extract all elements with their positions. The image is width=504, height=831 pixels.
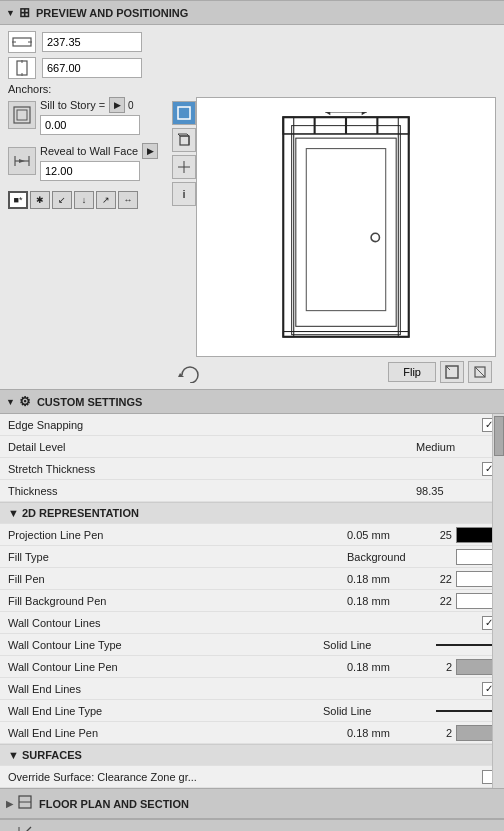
rotate-icon	[176, 361, 204, 383]
surfaces-label: ▼ SURFACES	[8, 749, 82, 761]
app-container: ▼ ⊞ PREVIEW AND POSITIONING	[0, 0, 504, 831]
preview-sidebar: i	[172, 97, 196, 357]
scrollbar-thumb[interactable]	[494, 416, 504, 456]
fill-pen-value: 0.18 mm	[347, 573, 427, 585]
preview-btn-grid[interactable]	[172, 155, 196, 179]
fill-bg-pen-value: 0.18 mm	[347, 595, 427, 607]
width-input[interactable]	[42, 32, 142, 52]
view-btn-1[interactable]	[440, 361, 464, 383]
wall-end-lines-row: Wall End Lines ✓	[0, 678, 504, 700]
svg-rect-13	[180, 136, 189, 145]
floor-plan-icon	[17, 794, 33, 813]
surfaces-subsection: ▼ SURFACES	[0, 744, 504, 766]
projection-line-pen-label: Projection Line Pen	[8, 529, 347, 541]
dimension-marker-icon	[17, 825, 33, 831]
projection-line-pen-color[interactable]	[456, 527, 496, 543]
wall-end-line-pen-color[interactable]	[456, 725, 496, 741]
height-row	[8, 57, 496, 79]
anchors-left: Sill to Story = ▶ 0	[8, 97, 158, 383]
fill-type-color[interactable]	[456, 549, 496, 565]
anchor-btn-3[interactable]: ↙	[52, 191, 72, 209]
width-icon	[8, 31, 36, 53]
preview-btn-3d[interactable]	[172, 128, 196, 152]
wall-end-line-type-value: Solid Line	[323, 705, 403, 717]
door-drawing	[271, 112, 421, 342]
sill-story-label: Sill to Story =	[40, 99, 105, 111]
svg-point-26	[371, 233, 379, 241]
fill-bg-pen-color[interactable]	[456, 593, 496, 609]
fill-bg-pen-num: 22	[427, 595, 452, 607]
anchor-btn-4[interactable]: ↓	[74, 191, 94, 209]
detail-level-value: Medium	[416, 441, 496, 453]
custom-settings-header[interactable]: ▼ ⚙ CUSTOM SETTINGS	[0, 389, 504, 414]
reveal-face-label-row: Reveal to Wall Face ▶	[40, 143, 158, 159]
floor-plan-section[interactable]: ▶ FLOOR PLAN AND SECTION	[0, 788, 504, 819]
reveal-face-group: Reveal to Wall Face ▶	[40, 143, 158, 185]
anchor-btn-5[interactable]: ↗	[96, 191, 116, 209]
wall-contour-line-pen-color[interactable]	[456, 659, 496, 675]
fill-pen-row: Fill Pen 0.18 mm 22	[0, 568, 504, 590]
sill-story-arrow-btn[interactable]: ▶	[109, 97, 125, 113]
thickness-row: Thickness 98.35	[0, 480, 504, 502]
wall-end-line-type-line	[436, 710, 496, 712]
wall-contour-line-type-value: Solid Line	[323, 639, 403, 651]
wall-contour-lines-label: Wall Contour Lines	[8, 617, 482, 629]
sill-story-group: Sill to Story = ▶ 0	[40, 97, 158, 139]
wall-end-lines-label: Wall End Lines	[8, 683, 482, 695]
svg-marker-11	[19, 159, 25, 163]
preview-canvas	[196, 97, 496, 357]
anchor-btn-1[interactable]: ■*	[8, 191, 28, 209]
anchor-btn-2[interactable]: ✱	[30, 191, 50, 209]
thickness-label: Thickness	[8, 485, 416, 497]
wall-contour-lines-row: Wall Contour Lines ✓	[0, 612, 504, 634]
detail-level-row: Detail Level Medium	[0, 436, 504, 458]
fill-bg-pen-row: Fill Background Pen 0.18 mm 22	[0, 590, 504, 612]
fill-pen-num: 22	[427, 573, 452, 585]
reveal-face-arrow-btn[interactable]: ▶	[142, 143, 158, 159]
detail-level-label: Detail Level	[8, 441, 416, 453]
stretch-thickness-label: Stretch Thickness	[8, 463, 482, 475]
wall-end-line-type-label: Wall End Line Type	[8, 705, 323, 717]
preview-right: i	[172, 97, 496, 383]
preview-section-header[interactable]: ▼ ⊞ PREVIEW AND POSITIONING	[0, 0, 504, 25]
fill-type-row: Fill Type Background	[0, 546, 504, 568]
custom-settings-icon: ⚙	[19, 394, 31, 409]
wall-end-line-pen-num: 2	[427, 727, 452, 739]
height-input[interactable]	[42, 58, 142, 78]
wall-contour-line-type-label: Wall Contour Line Type	[8, 639, 323, 651]
wall-contour-line-pen-num: 2	[427, 661, 452, 673]
fill-bg-pen-label: Fill Background Pen	[8, 595, 347, 607]
wall-contour-line-pen-row: Wall Contour Line Pen 0.18 mm 2	[0, 656, 504, 678]
custom-settings-body: Edge Snapping ✓ Detail Level Medium Stre…	[0, 414, 504, 788]
sill-story-label-row: Sill to Story = ▶ 0	[40, 97, 158, 113]
reveal-face-input[interactable]	[40, 161, 140, 181]
svg-rect-12	[178, 107, 190, 119]
view-btn-2[interactable]	[468, 361, 492, 383]
sill-story-input[interactable]	[40, 115, 140, 135]
projection-line-pen-value: 0.05 mm	[347, 529, 427, 541]
svg-rect-19	[292, 126, 401, 335]
reveal-face-label: Reveal to Wall Face	[40, 145, 138, 157]
preview-icon: ⊞	[19, 5, 30, 20]
wall-end-line-pen-value: 0.18 mm	[347, 727, 427, 739]
2d-rep-subsection: ▼ 2D REPRESENTATION	[0, 502, 504, 524]
anchor-btn-6[interactable]: ↔	[118, 191, 138, 209]
stretch-thickness-row: Stretch Thickness ✓	[0, 458, 504, 480]
anchor-icon-2	[8, 147, 36, 175]
svg-rect-6	[14, 107, 30, 123]
fill-type-value: Background	[347, 551, 427, 563]
fill-pen-color[interactable]	[456, 571, 496, 587]
flip-button[interactable]: Flip	[388, 362, 436, 382]
custom-settings-arrow-icon: ▼	[6, 397, 15, 407]
svg-rect-7	[17, 110, 27, 120]
preview-btn-2d[interactable]	[172, 101, 196, 125]
settings-scrollbar[interactable]	[492, 414, 504, 788]
projection-line-pen-row: Projection Line Pen 0.05 mm 25	[0, 524, 504, 546]
anchor-icon-1	[8, 101, 36, 129]
svg-rect-24	[296, 138, 396, 326]
sill-story-num: 0	[128, 100, 134, 111]
preview-btn-info[interactable]: i	[172, 182, 196, 206]
override-surface-label: Override Surface: Clearance Zone gr...	[8, 771, 482, 783]
dimension-marker-section[interactable]: ▶ DIMENSION MARKER	[0, 819, 504, 831]
floor-plan-label: FLOOR PLAN AND SECTION	[39, 798, 189, 810]
